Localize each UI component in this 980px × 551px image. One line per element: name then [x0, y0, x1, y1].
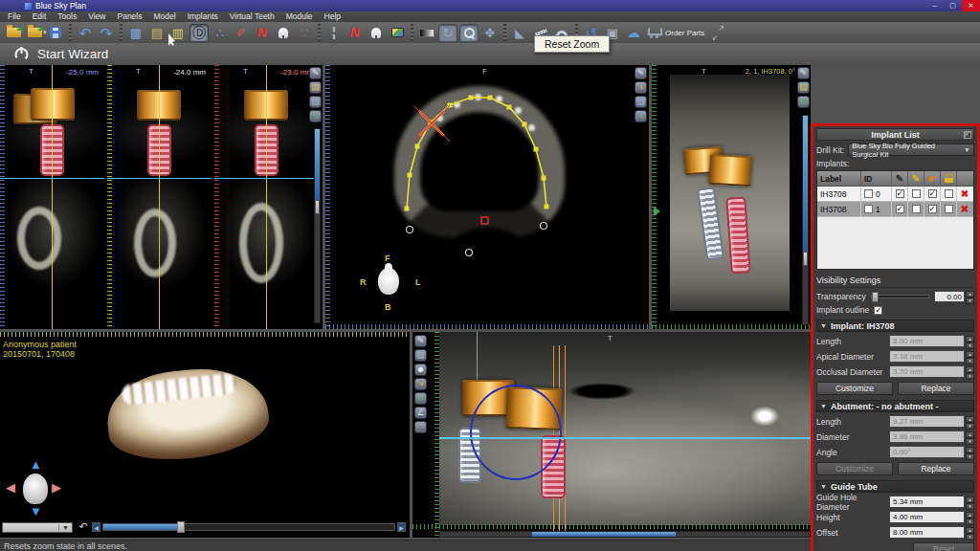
interaction-checkbox[interactable] — [928, 189, 937, 198]
abutment-section-header[interactable]: Abutment: - no abutment - — [816, 400, 974, 412]
height-input[interactable]: 4.00 mm — [889, 511, 965, 523]
guide-tube-section-header[interactable]: Guide Tube — [816, 480, 974, 493]
start-wizard-button[interactable]: Start Wizard — [37, 47, 108, 61]
implant-outline-checkbox[interactable] — [874, 306, 882, 315]
guide-hole-diameter-input[interactable]: 5.34 mm — [889, 496, 965, 508]
close-button[interactable]: ✕ — [962, 0, 980, 11]
edit-tool-button[interactable]: ✎ — [635, 67, 647, 79]
id-checkbox[interactable] — [864, 189, 873, 198]
abutment-replace-button[interactable]: Replace — [898, 462, 974, 475]
orientation-head-button[interactable]: ☻ — [414, 364, 427, 376]
id-checkbox[interactable] — [864, 205, 873, 213]
reset-zoom-button[interactable]: Ⓓ — [189, 24, 209, 42]
brightness-gradient-button[interactable] — [417, 24, 436, 42]
open-file-button[interactable] — [4, 24, 23, 42]
menu-item-help[interactable]: Help — [319, 11, 346, 22]
profile-chart-button[interactable]: ◣ — [510, 24, 529, 42]
scrollbar-handle[interactable] — [315, 200, 320, 214]
edit-tool-button[interactable]: ✎ — [309, 67, 322, 79]
minimize-button[interactable]: ─ — [925, 0, 944, 11]
highlight-checkbox[interactable] — [912, 189, 921, 198]
image-tools-button[interactable] — [388, 24, 407, 42]
orientation-head-icon[interactable] — [23, 474, 48, 504]
spinner-buttons[interactable]: ▲▼ — [966, 496, 974, 508]
lock-checkbox[interactable] — [945, 205, 953, 213]
rotate-view-button[interactable]: ↺ — [414, 392, 427, 405]
slider-left-arrow[interactable]: ◀ — [92, 522, 100, 532]
export-page-button[interactable]: ▤ — [147, 24, 167, 42]
spinner-buttons[interactable]: ▲▼ — [966, 416, 974, 428]
implant-replace-button[interactable]: Replace — [898, 382, 974, 395]
implant-grid-button[interactable]: ▦ — [126, 24, 145, 42]
snapshot-button[interactable]: ▨ — [414, 349, 427, 362]
rotate-down-arrow-icon[interactable]: ▼ — [30, 504, 42, 518]
menu-item-module[interactable]: Module — [280, 11, 319, 22]
transparency-spinner[interactable]: ▲▼ — [966, 291, 974, 302]
curve-tool-button[interactable]: ∿ — [635, 110, 647, 122]
palette-button[interactable]: ◑ — [414, 378, 427, 390]
menu-item-view[interactable]: View — [82, 11, 111, 22]
undo-view-button[interactable]: ↶ — [77, 520, 90, 533]
abutment-customize-button[interactable]: Customize — [816, 462, 893, 475]
implant-row[interactable]: IH37081✖ — [817, 202, 973, 217]
rotation-slider[interactable] — [102, 523, 395, 531]
lock-checkbox[interactable] — [945, 189, 953, 198]
arch-curve-button[interactable]: ◠ — [414, 421, 427, 433]
redo-button[interactable]: ↷ — [97, 24, 116, 42]
implant-row[interactable]: IH37080✖ — [817, 187, 973, 202]
delete-implant-button[interactable]: ✖ — [961, 204, 969, 214]
menu-item-implants[interactable]: Implants — [182, 11, 224, 22]
rotate-up-arrow-icon[interactable]: ▲ — [30, 457, 42, 472]
cross-scrollbar[interactable] — [802, 115, 809, 325]
curve-tool-button[interactable]: ∿ — [309, 110, 322, 122]
implant-pencil-button[interactable]: ✐ — [232, 24, 251, 42]
menu-item-tools[interactable]: Tools — [52, 11, 82, 22]
axial-viewport[interactable]: F — [325, 65, 649, 329]
implant-section-header[interactable]: Implant: IH3708 — [816, 320, 974, 332]
tooth-tool-button[interactable] — [367, 24, 386, 42]
contrast-button[interactable]: ▤ — [309, 81, 322, 94]
rotate-tool-button[interactable]: ↻ — [438, 24, 457, 42]
visibility-checkbox[interactable] — [896, 189, 904, 198]
spinner-buttons[interactable]: ▲▼ — [966, 351, 974, 363]
guide-tube-reset-button[interactable]: Reset — [913, 542, 974, 551]
spinner-buttons[interactable]: ▲▼ — [966, 366, 974, 378]
undo-button[interactable]: ↶ — [76, 24, 95, 42]
slice-view-3[interactable]: T -23.0 mm — [214, 65, 319, 329]
arch-curve-overlay[interactable] — [325, 65, 649, 329]
slider-handle[interactable] — [872, 292, 879, 302]
contrast-button[interactable]: ▤ — [797, 81, 810, 94]
view-preset-combobox[interactable]: ▼ — [2, 522, 73, 533]
interaction-checkbox[interactable] — [928, 205, 937, 213]
transparency-value[interactable]: 0.00 — [934, 291, 965, 302]
menu-item-edit[interactable]: Edit — [27, 11, 53, 22]
ruler-button[interactable]: ∠ — [414, 407, 427, 419]
scrollbar-handle[interactable] — [803, 252, 808, 266]
nerve-button[interactable]: N — [253, 24, 272, 42]
pan-tool-button[interactable]: ✥ — [480, 24, 500, 42]
panoramic-viewport[interactable]: ✎▨☻◑↺∠◠ T — [412, 332, 811, 538]
add-tooth-button[interactable] — [274, 24, 293, 42]
volume-3d-viewport[interactable]: Anonymous patient 20150701, 170408 ▲ ▼ ◀… — [0, 332, 410, 538]
slice-views-viewport[interactable]: T -25.0 mm T -24.0 mm T -23.0 mm — [0, 65, 323, 329]
slider-right-arrow[interactable]: ▶ — [397, 522, 406, 532]
snapshot-button[interactable]: ▨ — [635, 96, 647, 108]
save-button[interactable] — [46, 24, 65, 42]
order-parts-button[interactable]: Order Parts — [647, 24, 704, 42]
cross-section-viewport[interactable]: T 2, 1, IH3708, 0° ✎▤↺ — [652, 65, 811, 329]
marked-points-button[interactable]: ∵ — [295, 24, 314, 42]
maximize-button[interactable]: ▢ — [944, 0, 962, 11]
scrollbar-handle[interactable] — [532, 532, 676, 537]
transparency-slider[interactable] — [871, 295, 929, 298]
open-project-button[interactable]: ▼ — [25, 24, 44, 42]
point-set-button[interactable]: ∴ — [211, 24, 230, 42]
implant-customize-button[interactable]: Customize — [816, 382, 893, 395]
rotate-left-arrow-icon[interactable]: ◀ — [6, 480, 15, 495]
menu-item-file[interactable]: File — [2, 11, 27, 22]
delete-implant-button[interactable]: ✖ — [961, 188, 969, 199]
spinner-buttons[interactable]: ▲▼ — [966, 512, 974, 523]
slice-view-2[interactable]: T -24.0 mm — [107, 65, 212, 329]
rotate-view-button[interactable]: ↺ — [797, 96, 810, 108]
volume-render-jaw[interactable] — [103, 362, 273, 466]
slice-marker-button[interactable]: ╏ — [324, 24, 344, 42]
